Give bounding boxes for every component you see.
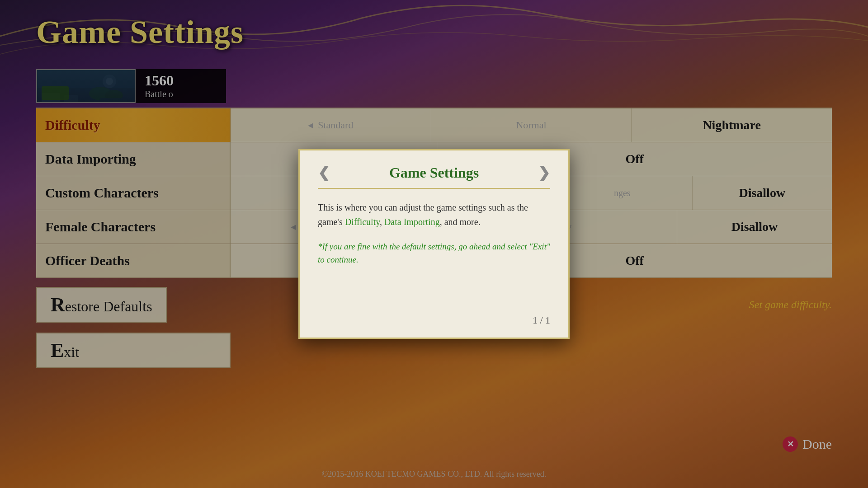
modal-body-end: , and more. — [440, 217, 481, 227]
modal-highlight-difficulty: Difficulty — [345, 217, 380, 227]
modal-highlight-data-importing: Data Importing — [384, 217, 440, 227]
modal-dialog: ❮ Game Settings ❯ This is where you can … — [298, 149, 570, 339]
modal-note: *If you are fine with the default settin… — [318, 240, 550, 266]
modal-page-number: 1 / 1 — [533, 314, 550, 326]
modal-header: ❮ Game Settings ❯ — [318, 164, 550, 189]
modal-body: This is where you can adjust the game se… — [318, 200, 550, 266]
modal-arrow-right[interactable]: ❯ — [538, 164, 550, 181]
modal-overlay: ❮ Game Settings ❯ This is where you can … — [0, 0, 868, 488]
modal-arrow-left[interactable]: ❮ — [318, 164, 330, 181]
modal-title: Game Settings — [389, 164, 479, 181]
modal-body-comma: , — [380, 217, 384, 227]
